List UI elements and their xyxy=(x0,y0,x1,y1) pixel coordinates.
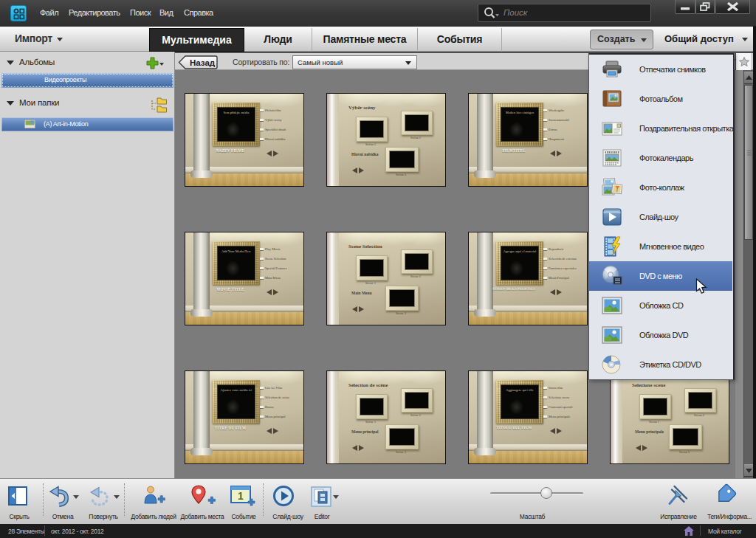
svg-text:Назад: Назад xyxy=(190,58,216,67)
svg-text:1: 1 xyxy=(238,490,244,502)
